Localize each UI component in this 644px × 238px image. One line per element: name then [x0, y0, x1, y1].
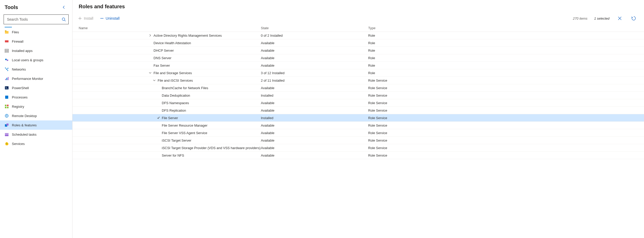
sidebar-item-files[interactable]: Files — [0, 27, 72, 37]
grid-row[interactable]: File and iSCSI Services2 of 11 Installed… — [73, 77, 644, 84]
sidebar-item-firewall[interactable]: Firewall — [0, 37, 72, 46]
sidebar-item-networks[interactable]: Networks — [0, 65, 72, 74]
grid-cell-state: Available — [261, 124, 368, 127]
grid-cell-state: 3 of 12 Installed — [261, 71, 368, 75]
grid-cell-type: Role — [368, 34, 644, 37]
column-header-state[interactable]: State — [261, 26, 368, 30]
grid-cell-state: Available — [261, 41, 368, 45]
svg-rect-21 — [5, 86, 9, 89]
grid-cell-type: Role Service — [368, 94, 644, 97]
grid-cell-name: Data Deduplication — [73, 92, 261, 99]
search-tools-input[interactable] — [4, 15, 68, 24]
chevron-right-icon[interactable] — [148, 33, 152, 38]
grid-cell-type: Role Service — [368, 153, 644, 157]
tools-title: Tools — [5, 4, 18, 10]
grid-row[interactable]: DNS ServerAvailableRole — [73, 54, 644, 62]
grid-row[interactable]: Data DeduplicationInstalledRole Service — [73, 92, 644, 99]
grid-row[interactable]: iSCSI Target ServerAvailableRole Service — [73, 137, 644, 144]
grid-cell-name: File and Storage Services — [73, 69, 261, 76]
grid-row[interactable]: Active Directory Rights Management Servi… — [73, 32, 644, 39]
row-name: Device Health Attestation — [152, 41, 191, 45]
row-name: Server for NFS — [161, 153, 184, 157]
svg-rect-7 — [5, 50, 9, 51]
grid-cell-type: Role — [368, 64, 644, 67]
powershell-icon — [5, 86, 9, 90]
perfmon-icon — [5, 76, 9, 81]
grid-row[interactable]: File ServerInstalledRole Service — [73, 114, 644, 122]
grid-cell-name: DHCP Server — [73, 47, 261, 54]
row-name: File Server VSS Agent Service — [161, 131, 207, 135]
sidebar-item-label: Roles & features — [12, 123, 37, 127]
svg-rect-31 — [5, 133, 9, 136]
grid-cell-state: Available — [261, 86, 368, 90]
row-name: BranchCache for Network Files — [161, 86, 208, 90]
grid-row[interactable]: File Server Resource ManagerAvailableRol… — [73, 122, 644, 129]
sidebar-item-label: Files — [12, 30, 19, 34]
main-content: Roles and features Install Uninstall 270… — [73, 0, 644, 238]
sidebar-item-performance-monitor[interactable]: Performance Monitor — [0, 74, 72, 83]
grid-row[interactable]: iSCSI Target Storage Provider (VDS and V… — [73, 144, 644, 152]
grid-cell-name: BranchCache for Network Files — [73, 84, 261, 91]
sidebar-item-remote-desktop[interactable]: Remote Desktop — [0, 111, 72, 120]
grid-cell-state: Available — [261, 109, 368, 112]
grid-row[interactable]: File Server VSS Agent ServiceAvailableRo… — [73, 129, 644, 137]
sidebar-item-processes[interactable]: Processes — [0, 93, 72, 102]
grid-cell-type: Role Service — [368, 101, 644, 105]
svg-rect-2 — [5, 31, 9, 34]
column-header-name[interactable]: Name — [73, 26, 261, 30]
grid-cell-state: 0 of 2 Installed — [261, 34, 368, 37]
minus-icon — [100, 17, 104, 20]
sidebar-item-label: Registry — [12, 105, 24, 109]
grid-row[interactable]: DFS ReplicationAvailableRole Service — [73, 107, 644, 114]
roles-grid: Name State Type Active Directory Rights … — [73, 25, 644, 238]
grid-cell-type: Role Service — [368, 131, 644, 135]
sidebar-item-scheduled-tasks[interactable]: Scheduled tasks — [0, 130, 72, 139]
install-button[interactable]: Install — [78, 15, 94, 21]
grid-row[interactable]: BranchCache for Network FilesAvailableRo… — [73, 84, 644, 92]
svg-rect-27 — [7, 107, 9, 108]
users-groups-icon — [5, 58, 9, 62]
grid-row[interactable]: Fax ServerAvailableRole — [73, 62, 644, 69]
row-name: File Server — [161, 116, 178, 120]
grid-row[interactable]: DFS NamespacesAvailableRole Service — [73, 99, 644, 107]
grid-cell-state: Available — [261, 101, 368, 105]
uninstall-button[interactable]: Uninstall — [100, 15, 120, 21]
sidebar-item-label: PowerShell — [12, 86, 29, 90]
sidebar-item-installed-apps[interactable]: Installed apps — [0, 46, 72, 55]
sidebar-item-roles-features[interactable]: Roles & features — [0, 120, 72, 130]
sidebar-item-label: Services — [12, 142, 25, 146]
grid-cell-type: Role Service — [368, 139, 644, 142]
sidebar-item-powershell[interactable]: PowerShell — [0, 83, 72, 93]
tools-list[interactable]: FilesFirewallInstalled appsLocal users &… — [0, 27, 72, 238]
grid-row[interactable]: DHCP ServerAvailableRole — [73, 47, 644, 54]
sidebar-item-local-users-groups[interactable]: Local users & groups — [0, 55, 72, 65]
grid-body[interactable]: Active Directory Rights Management Servi… — [73, 32, 644, 238]
row-name: Active Directory Rights Management Servi… — [152, 34, 222, 37]
sidebar-item-registry[interactable]: Registry — [0, 102, 72, 111]
column-header-type[interactable]: Type — [368, 26, 644, 30]
refresh-button[interactable] — [630, 14, 638, 22]
grid-row[interactable]: Device Health AttestationAvailableRole — [73, 39, 644, 47]
grid-cell-name: File Server VSS Agent Service — [73, 129, 261, 136]
svg-rect-6 — [5, 49, 9, 50]
svg-rect-23 — [6, 96, 7, 98]
grid-cell-type: Role Service — [368, 79, 644, 82]
row-name: DFS Namespaces — [161, 101, 189, 105]
grid-cell-state: Available — [261, 56, 368, 60]
close-icon — [618, 16, 622, 20]
grid-row[interactable]: Server for NFSAvailableRole Service — [73, 152, 644, 159]
svg-point-9 — [5, 59, 7, 60]
firewall-icon — [5, 39, 9, 43]
plus-icon — [78, 17, 82, 20]
sidebar-item-label: Scheduled tasks — [12, 133, 36, 136]
collapse-sidebar-button[interactable] — [60, 4, 68, 11]
svg-rect-18 — [5, 79, 6, 80]
clear-selection-button[interactable] — [616, 14, 624, 22]
grid-cell-name: Device Health Attestation — [73, 39, 261, 47]
grid-cell-name: File Server — [73, 114, 261, 121]
sidebar-item-services[interactable]: Services — [0, 139, 72, 148]
grid-row[interactable]: File and Storage Services3 of 12 Install… — [73, 69, 644, 77]
chevron-down-icon[interactable] — [152, 78, 157, 83]
chevron-down-icon[interactable] — [148, 71, 152, 75]
sidebar-item-label: Remote Desktop — [12, 114, 37, 118]
